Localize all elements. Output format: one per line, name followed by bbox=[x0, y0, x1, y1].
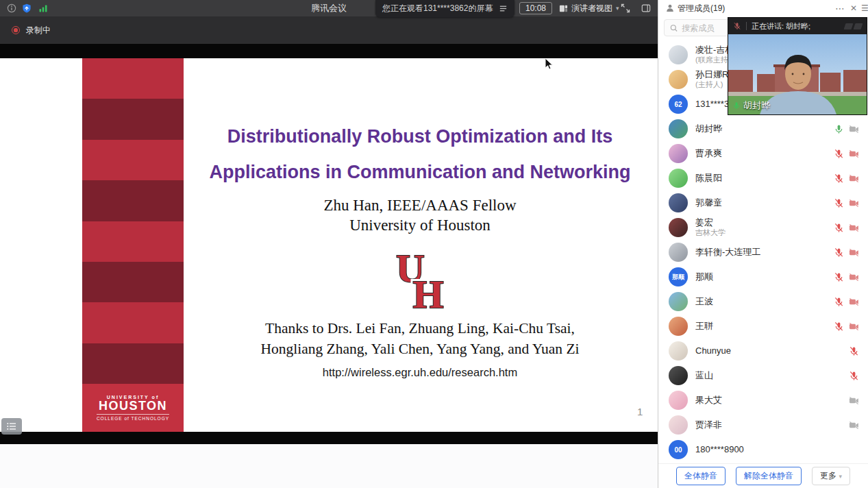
member-row[interactable]: 郭馨童 bbox=[658, 191, 868, 215]
screen-watching-notice: 您正在观看131****3862的屏幕 bbox=[375, 0, 514, 17]
member-name: Chunyue bbox=[695, 346, 731, 356]
member-row[interactable]: 陈晨阳 bbox=[658, 166, 868, 191]
speaking-label: 正在讲话: 胡封晔; bbox=[752, 21, 810, 32]
panel-footer: 全体静音 解除全体静音 更多 ▾ bbox=[658, 463, 868, 488]
mic-muted-icon[interactable] bbox=[834, 173, 844, 184]
member-row[interactable]: 那顺 那顺 bbox=[658, 265, 868, 289]
mic-muted-icon[interactable] bbox=[834, 198, 844, 208]
member-row[interactable]: 王聠 bbox=[658, 314, 868, 339]
member-row[interactable]: 胡封晔 bbox=[658, 117, 868, 141]
notice-list-icon[interactable] bbox=[499, 4, 508, 13]
view-mode-label: 演讲者视图 bbox=[571, 3, 612, 14]
speaking-bar: 正在讲话: 胡封晔; bbox=[728, 18, 867, 34]
member-row[interactable]: 00 180****8900 bbox=[658, 437, 868, 462]
avatar bbox=[669, 292, 688, 311]
avatar: 那顺 bbox=[669, 267, 688, 286]
search-icon bbox=[670, 24, 678, 32]
panel-menu-icon[interactable]: ☰ bbox=[861, 1, 868, 16]
member-row[interactable]: 果大艾 bbox=[658, 388, 868, 413]
network-signal-icon[interactable] bbox=[38, 3, 48, 13]
panel-title: 管理成员(19) bbox=[678, 0, 725, 16]
avatar bbox=[669, 341, 688, 361]
member-name: 陈晨阳 bbox=[695, 173, 722, 184]
mic-muted-icon bbox=[733, 22, 741, 30]
member-name: 胡封晔 bbox=[695, 124, 722, 134]
member-name: 贾泽非 bbox=[695, 420, 722, 430]
watching-text: 您正在观看131****3862的屏幕 bbox=[382, 3, 493, 14]
mic-muted-icon[interactable] bbox=[834, 297, 844, 307]
shield-icon[interactable] bbox=[22, 3, 32, 13]
mic-muted-icon[interactable] bbox=[849, 346, 859, 356]
chevron-down-icon: ▾ bbox=[839, 473, 842, 480]
camera-off-icon[interactable] bbox=[849, 223, 859, 233]
member-org: 吉林大学 bbox=[695, 228, 726, 237]
camera-off-icon[interactable] bbox=[849, 272, 859, 282]
member-row[interactable]: 贾泽非 bbox=[658, 413, 868, 437]
member-row[interactable]: Chunyue bbox=[658, 339, 868, 363]
camera-off-icon[interactable] bbox=[849, 321, 859, 332]
member-name: 王聠 bbox=[695, 321, 713, 332]
houston-wordmark: UNIVERSITY of HOUSTON COLLEGE of TECHNOL… bbox=[82, 384, 184, 432]
recording-label: 录制中 bbox=[26, 25, 51, 36]
member-name: 郭馨童 bbox=[695, 198, 722, 208]
slide-acknowledgments: Thanks to Drs. Lei Fan, Zhuang Ling, Kai… bbox=[184, 319, 656, 359]
unmute-all-button[interactable]: 解除全体静音 bbox=[736, 467, 802, 485]
mute-all-button[interactable]: 全体静音 bbox=[676, 467, 726, 485]
avatar bbox=[669, 193, 688, 212]
slide-red-sidebar: UNIVERSITY of HOUSTON COLLEGE of TECHNOL… bbox=[82, 58, 184, 432]
info-icon[interactable] bbox=[7, 3, 16, 13]
mic-on-icon[interactable] bbox=[834, 124, 844, 134]
avatar bbox=[669, 169, 688, 188]
avatar: 00 bbox=[669, 440, 688, 459]
mic-muted-icon[interactable] bbox=[849, 371, 859, 381]
meeting-toolbar: 解除静音 开启视频 共享屏幕 bbox=[0, 444, 658, 488]
mic-muted-icon[interactable] bbox=[834, 247, 844, 258]
camera-off-icon[interactable] bbox=[849, 297, 859, 307]
speaker-video-frame: 胡封晔 bbox=[728, 34, 867, 114]
fullscreen-icon[interactable] bbox=[621, 3, 630, 13]
avatar bbox=[669, 415, 688, 435]
view-mode-dropdown[interactable]: 演讲者视图 ▾ bbox=[559, 0, 619, 16]
member-row[interactable]: 蓝山 bbox=[658, 363, 868, 388]
avatar bbox=[669, 391, 688, 410]
member-name: 王波 bbox=[695, 297, 713, 307]
camera-off-icon[interactable] bbox=[849, 247, 859, 258]
camera-off-icon[interactable] bbox=[849, 420, 859, 430]
avatar: 62 bbox=[669, 95, 688, 114]
camera-off-icon[interactable] bbox=[849, 173, 859, 184]
panel-more-icon[interactable]: ⋯ bbox=[835, 1, 845, 16]
annotation-list-button[interactable] bbox=[1, 418, 22, 435]
speaker-video-tile[interactable]: 正在讲话: 胡封晔; bbox=[728, 17, 867, 115]
camera-off-icon[interactable] bbox=[849, 149, 859, 159]
svg-text:H: H bbox=[412, 272, 443, 313]
member-name: 180****8900 bbox=[695, 445, 744, 455]
avatar bbox=[669, 366, 688, 385]
titlebar: 腾讯会议 您正在观看131****3862的屏幕 10:08 演讲者视图 ▾ bbox=[0, 0, 658, 16]
mic-muted-icon[interactable] bbox=[834, 223, 844, 233]
more-button[interactable]: 更多 ▾ bbox=[812, 467, 850, 485]
mic-muted-icon[interactable] bbox=[834, 321, 844, 332]
member-row[interactable]: 曹承爽 bbox=[658, 141, 868, 166]
member-row[interactable]: 李轩衡-大连理工 bbox=[658, 240, 868, 265]
member-name: 蓝山 bbox=[695, 371, 713, 381]
member-row[interactable]: 王波 bbox=[658, 289, 868, 314]
watermark-icon bbox=[845, 23, 862, 29]
mic-muted-icon[interactable] bbox=[834, 149, 844, 159]
avatar bbox=[669, 218, 688, 237]
recording-bar: 录制中 bbox=[0, 16, 658, 44]
mouse-cursor bbox=[545, 58, 554, 71]
camera-off-icon[interactable] bbox=[849, 395, 859, 406]
video-nametag: 胡封晔 bbox=[732, 99, 770, 112]
camera-off-icon[interactable] bbox=[849, 124, 859, 134]
recording-icon bbox=[12, 26, 20, 34]
member-name: 果大艾 bbox=[695, 395, 722, 406]
uh-logo: U U H H bbox=[184, 247, 656, 316]
shared-screen-stage: 录制中 UNIVERSITY of HOUSTON COLLEGE of TEC… bbox=[0, 16, 658, 444]
sidebar-layout-icon[interactable] bbox=[641, 3, 651, 13]
slide-author: Zhu Han, IEEE/AAAS Fellow University of … bbox=[184, 195, 656, 235]
mic-muted-icon[interactable] bbox=[834, 272, 844, 282]
avatar bbox=[669, 119, 688, 138]
member-row[interactable]: 姜宏 吉林大学 bbox=[658, 215, 868, 240]
camera-off-icon[interactable] bbox=[849, 198, 859, 208]
panel-close-icon[interactable]: ✕ bbox=[850, 1, 857, 16]
